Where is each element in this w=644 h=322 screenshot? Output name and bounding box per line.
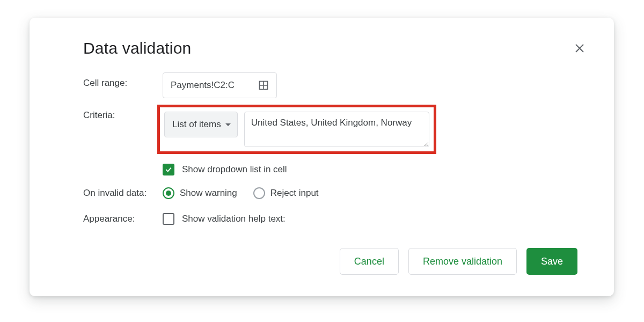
help-text-label: Show validation help text: [182,214,286,224]
criteria-type-value: List of items [172,119,221,130]
criteria-label: Criteria: [83,105,163,121]
appearance-option: Show validation help text: [163,213,286,225]
criteria-items-input[interactable] [244,112,429,147]
criteria-type-dropdown[interactable]: List of items [164,112,238,137]
check-icon [164,165,173,174]
show-dropdown-checkbox[interactable] [163,164,174,175]
cell-range-input[interactable]: Payments!C2:C [163,72,277,98]
cell-range-label: Cell range: [83,72,163,89]
radio-reject-label: Reject input [270,188,319,199]
grid-icon[interactable] [258,80,269,91]
on-invalid-row: On invalid data: Show warning Reject inp… [83,187,586,199]
dialog-buttons: Cancel Remove validation Save [340,248,577,275]
radio-warn-label: Show warning [180,188,237,199]
radio-reject-input[interactable]: Reject input [253,187,319,199]
help-text-checkbox[interactable] [163,213,174,225]
dialog-header: Data validation [83,39,586,57]
show-dropdown-label: Show dropdown list in cell [182,164,287,175]
appearance-row: Appearance: Show validation help text: [83,213,586,225]
dialog-form: Cell range: Payments!C2:C Criteria: List… [83,72,586,225]
criteria-highlight-box: List of items [157,105,436,154]
cell-range-value: Payments!C2:C [171,80,258,91]
cancel-button[interactable]: Cancel [340,248,399,275]
radio-selected-icon [163,187,174,199]
chevron-down-icon [225,123,231,126]
dialog-title: Data validation [83,39,191,57]
close-icon [573,42,586,55]
criteria-row: Criteria: List of items [83,105,586,154]
on-invalid-radio-group: Show warning Reject input [163,187,319,199]
save-button[interactable]: Save [526,248,577,275]
remove-validation-button[interactable]: Remove validation [408,248,517,275]
radio-show-warning[interactable]: Show warning [163,187,237,199]
appearance-label: Appearance: [83,214,163,224]
cell-range-row: Cell range: Payments!C2:C [83,72,586,98]
show-dropdown-row: Show dropdown list in cell [163,164,586,175]
radio-unselected-icon [253,187,265,199]
close-button[interactable] [573,42,586,55]
data-validation-dialog: Data validation Cell range: Payments!C2:… [30,18,614,296]
on-invalid-label: On invalid data: [83,188,163,199]
